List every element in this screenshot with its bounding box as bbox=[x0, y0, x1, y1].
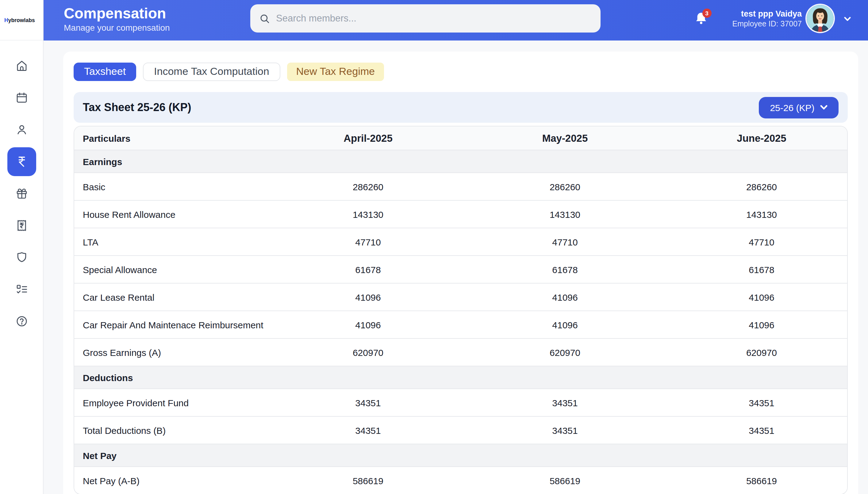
row-label: Total Deductions (B) bbox=[74, 416, 281, 444]
row-value: 47710 bbox=[281, 228, 455, 255]
taxsheet-table-wrap: Particulars April-2025 May-2025 June-202… bbox=[74, 126, 848, 494]
sidebar-item-receipt-rupee[interactable] bbox=[0, 209, 43, 241]
sidebar-item-checklist[interactable] bbox=[0, 273, 43, 305]
row-value: 586619 bbox=[281, 467, 455, 494]
user-name: test ppp Vaidya bbox=[732, 9, 802, 18]
taxsheet-header-bar: Tax Sheet 25-26 (KP) 25-26 (KP) bbox=[74, 92, 848, 123]
row-value: 620970 bbox=[455, 338, 675, 366]
search-icon bbox=[259, 13, 270, 24]
checklist-icon bbox=[15, 283, 28, 296]
column-header: June-2025 bbox=[675, 127, 848, 150]
row-label: Gross Earnings (A) bbox=[74, 338, 281, 366]
row-label: Net Pay (A-B) bbox=[74, 467, 281, 494]
table-row: LTA477104771047710 bbox=[74, 228, 848, 255]
table-row: House Rent Allowance143130143130143130 bbox=[74, 200, 848, 228]
row-value: 41096 bbox=[675, 310, 848, 338]
sidebar-item-home[interactable] bbox=[0, 50, 43, 82]
rupee-icon bbox=[15, 155, 28, 168]
chevron-down-icon bbox=[820, 105, 828, 110]
user-info[interactable]: test ppp Vaidya Employee ID: 37007 bbox=[732, 9, 802, 28]
shield-icon bbox=[15, 251, 28, 264]
calendar-icon bbox=[15, 91, 28, 104]
row-value: 61678 bbox=[281, 255, 455, 283]
gift-icon bbox=[15, 187, 28, 200]
row-value: 586619 bbox=[455, 467, 675, 494]
section-row: Net Pay bbox=[74, 444, 848, 467]
row-value: 34351 bbox=[281, 416, 455, 444]
table-row: Net Pay (A-B)586619586619586619 bbox=[74, 467, 848, 494]
table-row: Employee Provident Fund343513435134351 bbox=[74, 388, 848, 416]
tab-taxsheet[interactable]: Taxsheet bbox=[74, 62, 136, 81]
table-row: Basic286260286260286260 bbox=[74, 172, 848, 200]
section-title: Deductions bbox=[74, 366, 848, 388]
row-value: 586619 bbox=[675, 467, 848, 494]
row-value: 620970 bbox=[281, 338, 455, 366]
top-header: Compensation Manage your compensation Se… bbox=[43, 0, 868, 40]
user-id: Employee ID: 37007 bbox=[732, 19, 802, 28]
page-title-block: Compensation Manage your compensation bbox=[64, 0, 170, 38]
search-input[interactable]: Search members... bbox=[250, 4, 600, 33]
sidebar-item-calendar[interactable] bbox=[0, 82, 43, 114]
taxsheet-table: Particulars April-2025 May-2025 June-202… bbox=[74, 127, 848, 494]
avatar[interactable] bbox=[807, 5, 834, 32]
taxsheet-title: Tax Sheet 25-26 (KP) bbox=[83, 101, 191, 114]
section-row: Earnings bbox=[74, 150, 848, 172]
tab-bar: Taxsheet Income Tax Computation New Tax … bbox=[74, 62, 848, 81]
row-label: LTA bbox=[74, 228, 281, 255]
notification-badge: 3 bbox=[702, 8, 711, 18]
row-value: 286260 bbox=[675, 172, 848, 200]
receipt-rupee-icon bbox=[15, 219, 28, 232]
notifications-button[interactable]: 3 bbox=[695, 12, 707, 25]
person-icon bbox=[15, 123, 28, 136]
section-row: Deductions bbox=[74, 366, 848, 388]
section-title: Earnings bbox=[74, 150, 848, 172]
table-row: Total Deductions (B)343513435134351 bbox=[74, 416, 848, 444]
search-placeholder: Search members... bbox=[276, 13, 356, 24]
row-value: 620970 bbox=[675, 338, 848, 366]
home-icon bbox=[15, 59, 28, 72]
row-label: Special Allowance bbox=[74, 255, 281, 283]
row-value: 286260 bbox=[281, 172, 455, 200]
period-dropdown[interactable]: 25-26 (KP) bbox=[759, 97, 839, 118]
row-label: Car Lease Rental bbox=[74, 283, 281, 310]
page-subtitle: Manage your compensation bbox=[64, 23, 170, 33]
row-value: 47710 bbox=[455, 228, 675, 255]
row-value: 41096 bbox=[455, 283, 675, 310]
table-row: Special Allowance616786167861678 bbox=[74, 255, 848, 283]
app-root: Compensation Manage your compensation Se… bbox=[0, 0, 868, 494]
row-label: Employee Provident Fund bbox=[74, 388, 281, 416]
sidebar-item-gift[interactable] bbox=[0, 177, 43, 209]
row-value: 34351 bbox=[675, 388, 848, 416]
column-header: April-2025 bbox=[281, 127, 455, 150]
page-title: Compensation bbox=[64, 5, 170, 21]
column-header: May-2025 bbox=[455, 127, 675, 150]
help-icon bbox=[15, 315, 28, 327]
sidebar-item-person[interactable] bbox=[0, 114, 43, 146]
table-header-row: Particulars April-2025 May-2025 June-202… bbox=[74, 127, 848, 150]
row-value: 34351 bbox=[455, 388, 675, 416]
row-value: 143130 bbox=[281, 200, 455, 228]
row-value: 286260 bbox=[455, 172, 675, 200]
table-row: Gross Earnings (A)620970620970620970 bbox=[74, 338, 848, 366]
row-value: 41096 bbox=[281, 283, 455, 310]
sidebar-item-help[interactable] bbox=[0, 305, 43, 337]
sidebar-item-shield[interactable] bbox=[0, 241, 43, 273]
sidebar: Hybrowlabs bbox=[0, 0, 43, 494]
sidebar-item-rupee[interactable] bbox=[0, 146, 43, 177]
chevron-down-icon bbox=[844, 17, 851, 21]
row-value: 143130 bbox=[455, 200, 675, 228]
row-value: 61678 bbox=[675, 255, 848, 283]
row-label: Basic bbox=[74, 172, 281, 200]
tab-income-tax-computation[interactable]: Income Tax Computation bbox=[143, 62, 280, 81]
row-value: 41096 bbox=[281, 310, 455, 338]
user-menu-chevron[interactable] bbox=[844, 13, 851, 24]
row-value: 143130 bbox=[675, 200, 848, 228]
period-dropdown-label: 25-26 (KP) bbox=[770, 102, 814, 113]
row-value: 41096 bbox=[455, 310, 675, 338]
row-value: 34351 bbox=[455, 416, 675, 444]
row-label: Car Repair And Maintenace Reimbursement bbox=[74, 310, 281, 338]
brand-logo[interactable]: Hybrowlabs bbox=[0, 0, 43, 40]
row-value: 47710 bbox=[675, 228, 848, 255]
tab-new-tax-regime[interactable]: New Tax Regime bbox=[287, 62, 384, 81]
table-row: Car Repair And Maintenace Reimbursement4… bbox=[74, 310, 848, 338]
